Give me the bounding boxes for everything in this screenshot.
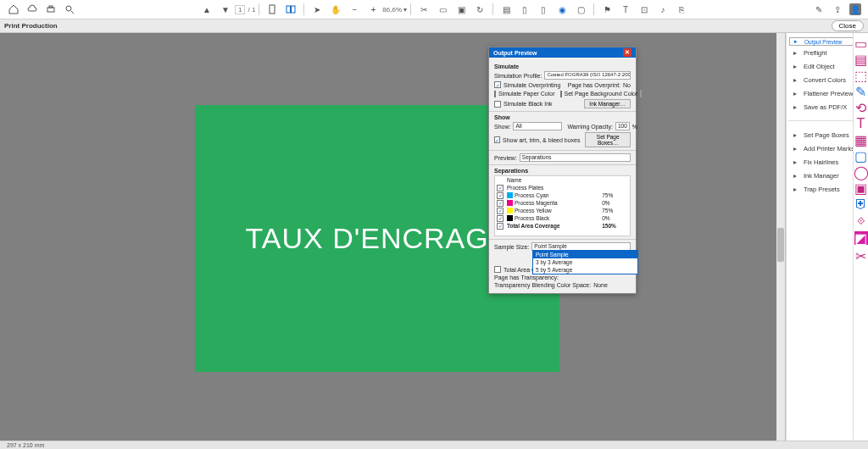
strip-icon-5[interactable]: ⟲ [856, 103, 866, 113]
bookmark-icon[interactable]: ⎘ [675, 3, 688, 16]
strip-icon-8[interactable]: ▢ [856, 151, 866, 161]
strip-icon-10[interactable]: ▣ [856, 183, 866, 193]
sim-profile-select[interactable]: Coated FOGRA39 (ISO 12647-2:2004) [544, 71, 631, 80]
sidebar-item-label: Convert Colors [804, 76, 846, 84]
sep-checkbox[interactable]: ✓ [497, 192, 504, 199]
page-icon[interactable] [265, 3, 279, 16]
page-overprint-value: No [623, 82, 631, 88]
document-canvas[interactable]: TAUX D'ENCRAGE [0, 33, 786, 441]
page-overprint-label: Page has Overprint: [568, 82, 620, 88]
svg-line-3 [71, 11, 74, 14]
nav-down-icon[interactable]: ▼ [219, 3, 232, 16]
strip-icon-2[interactable]: ▤ [856, 54, 866, 64]
show-section-title: Show [494, 114, 631, 120]
home-icon[interactable] [7, 3, 20, 16]
sidebar-item-label: Add Printer Marks [804, 145, 854, 152]
dropdown-option[interactable]: 3 by 3 Average [533, 258, 637, 266]
text-icon[interactable]: T [619, 3, 632, 16]
vertical-scrollbar[interactable] [776, 33, 785, 441]
speak-icon[interactable]: ⊡ [637, 3, 651, 16]
art-checkbox[interactable]: ✓ [494, 136, 500, 143]
image-icon[interactable]: ▣ [454, 3, 468, 16]
ink-manager-button[interactable]: Ink Manager… [584, 99, 631, 108]
scrollbar-thumb[interactable] [777, 228, 784, 262]
doc3-icon[interactable]: ▯ [537, 3, 550, 16]
sep-checkbox[interactable]: ✓ [497, 223, 504, 230]
sample-size-dropdown[interactable]: Point Sample3 by 3 Average5 by 5 Average [532, 250, 638, 274]
close-button[interactable]: Close [832, 20, 864, 31]
sep-checkbox[interactable]: ✓ [497, 208, 504, 214]
search-icon[interactable] [63, 3, 76, 16]
side-icon-strip: ▭ ▤ ⬚ ✎ ⟲ T ▦ ▢ ◯ ▣ ⛨ ⟐ ◩ ✂ [853, 33, 868, 441]
tool-icon: ▸ [792, 37, 800, 46]
warn-input[interactable]: 100 [615, 122, 630, 130]
strip-icon-print-prod[interactable]: ◩ [854, 231, 868, 245]
rotate-icon[interactable]: ↻ [473, 3, 487, 16]
strip-icon-1[interactable]: ▭ [856, 38, 866, 48]
sep-checkbox[interactable]: ✓ [497, 215, 504, 222]
preview-select[interactable]: Separations [520, 153, 631, 162]
bg-checkbox[interactable] [560, 91, 562, 97]
overprint-label: Simulate Overprinting [504, 82, 560, 88]
two-page-icon[interactable] [284, 3, 298, 16]
cloud-icon[interactable] [25, 3, 39, 16]
page-dimensions: 297 x 210 mm [7, 442, 44, 448]
dropdown-option[interactable]: Point Sample [533, 251, 637, 258]
sep-checkbox[interactable]: ✓ [497, 185, 504, 191]
separation-row[interactable]: ✓Process Magenta0% [495, 199, 630, 207]
strip-icon-9[interactable]: ◯ [856, 167, 866, 177]
output-preview-dialog[interactable]: Output Preview ✕ Simulate Simulation Pro… [488, 47, 637, 294]
print-icon[interactable] [44, 3, 58, 16]
crop-icon[interactable]: ✂ [417, 3, 431, 16]
warn-pct: % [632, 124, 637, 130]
dialog-close-icon[interactable]: ✕ [623, 48, 632, 57]
show-select[interactable]: All [513, 122, 562, 130]
black-checkbox[interactable] [494, 101, 501, 108]
strip-icon-3[interactable]: ⬚ [856, 70, 866, 80]
zoom-value[interactable]: 86,6% ▾ [382, 6, 407, 14]
overprint-checkbox[interactable]: ✓ [494, 81, 501, 88]
sidebar-item-label: Fix Hairlines [804, 158, 838, 166]
zoom-out-icon[interactable]: − [348, 3, 361, 16]
separation-row[interactable]: ✓Process Cyan75% [495, 191, 630, 199]
sign-icon[interactable]: ✎ [812, 3, 826, 16]
flag-icon[interactable]: ⚑ [600, 3, 614, 16]
sidebar-item-label: Save as PDF/X [804, 103, 847, 111]
strip-icon-4[interactable]: ✎ [856, 86, 866, 97]
strip-icon-11[interactable]: ⛨ [856, 199, 866, 209]
bg-color-swatch[interactable] [640, 90, 642, 97]
sidebar-item-label: Trap Presets [804, 186, 840, 193]
separation-row[interactable]: ✓Process Plates [495, 184, 630, 191]
arrow-icon[interactable]: ➤ [310, 3, 324, 16]
doc2-icon[interactable]: ▯ [518, 3, 531, 16]
user-icon[interactable]: 👤 [849, 3, 861, 15]
simulate-section-title: Simulate [494, 64, 631, 69]
share-icon[interactable]: ⇪ [831, 3, 844, 16]
dropdown-option[interactable]: 5 by 5 Average [533, 266, 637, 274]
sim-profile-label: Simulation Profile: [494, 73, 542, 79]
total-area-checkbox[interactable] [494, 266, 501, 273]
doc-icon[interactable]: ▭ [436, 3, 449, 16]
stamp-icon[interactable]: ◉ [555, 3, 569, 16]
separation-row[interactable]: ✓Total Area Coverage150% [495, 222, 630, 230]
car-icon[interactable]: ▤ [499, 3, 513, 16]
strip-icon-14[interactable]: ✂ [856, 251, 866, 261]
sidebar-item-label: Output Preview [804, 39, 842, 45]
zoom-in-icon[interactable]: + [366, 3, 380, 16]
set-page-boxes-button[interactable]: Set Page Boxes… [585, 132, 631, 147]
sq-icon[interactable]: ▢ [574, 3, 587, 16]
nav-up-icon[interactable]: ▲ [200, 3, 214, 16]
sidebar-item-label: Preflight [804, 49, 827, 57]
hand-icon[interactable]: ✋ [329, 3, 342, 16]
separations-section-title: Separations [494, 168, 631, 174]
strip-icon-7[interactable]: ▦ [856, 135, 866, 145]
trans-value: None [593, 282, 608, 288]
separation-row[interactable]: ✓Process Black0% [495, 214, 630, 222]
dialog-titlebar[interactable]: Output Preview ✕ [489, 47, 636, 58]
strip-icon-6[interactable]: T [856, 119, 866, 129]
paper-checkbox[interactable] [494, 91, 496, 97]
head-icon[interactable]: ♪ [656, 3, 670, 16]
separation-row[interactable]: ✓Process Yellow75% [495, 207, 630, 214]
sep-checkbox[interactable]: ✓ [497, 200, 504, 207]
strip-icon-12[interactable]: ⟐ [856, 215, 866, 225]
